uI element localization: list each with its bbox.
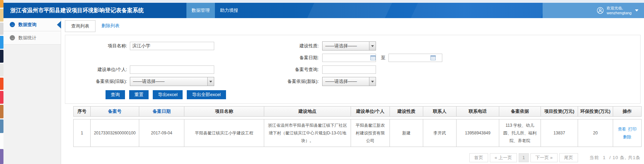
column-header-filing-no[interactable]: 备案号 bbox=[91, 106, 139, 117]
tab-deleted-list[interactable]: 删除列表 bbox=[95, 20, 125, 32]
pagination: 首页 « 上一页 1 下一页 » 尾页 当前 1 / 10 条, 共1条 bbox=[61, 153, 642, 162]
cell-location: 浙江省温州市平阳县平阳县鳌江镇下厂社区塘下村（鳌江镇滨江中心片规划D-13-01… bbox=[264, 119, 351, 147]
person-icon bbox=[597, 7, 604, 14]
cell-nature: 新建 bbox=[390, 119, 423, 147]
column-header-seq: 序号 bbox=[73, 106, 91, 117]
dock-icon[interactable] bbox=[0, 64, 3, 77]
cell-filing-date: 2017-09-04 bbox=[139, 119, 184, 147]
tab-query-list[interactable]: 查询列表 bbox=[65, 20, 95, 32]
next-page-button[interactable]: 下一页 » bbox=[530, 153, 558, 162]
dock-icon[interactable] bbox=[0, 0, 3, 8]
reset-button[interactable]: 重置 bbox=[129, 90, 149, 99]
sidebar: → 数据查询 → 数据统计 bbox=[3, 18, 61, 164]
basis-old-label: 备案依据(旧版): bbox=[78, 78, 130, 85]
view-link[interactable]: 查看 bbox=[618, 127, 626, 132]
cell-seq: 1 bbox=[73, 119, 91, 147]
user-welcome: 欢迎光临, wenzhengtang bbox=[607, 6, 632, 15]
calendar-icon[interactable] bbox=[430, 55, 436, 60]
dock-icon[interactable] bbox=[0, 91, 3, 104]
app-nav: 数据管理 助力填报 bbox=[186, 3, 243, 18]
column-header-phone: 联系电话 bbox=[457, 106, 499, 117]
search-form: 项目名称: 建设性质: ——请选择—— 备案日期: 至 bbox=[65, 35, 641, 104]
construction-nature-select[interactable]: ——请选择—— bbox=[322, 41, 376, 50]
user-name: wenzhengtang bbox=[607, 10, 632, 15]
dock-icon[interactable] bbox=[0, 119, 3, 133]
table-header-row: 序号 备案号 备案日期 项目名称 建设地点 建设单位/个人 建设性质 联系人 联… bbox=[73, 106, 642, 117]
sidebar-item-data-query[interactable]: → 数据查询 bbox=[3, 18, 61, 31]
arrow-circle-icon: → bbox=[10, 35, 15, 40]
pagination-info-prefix: 当前 bbox=[589, 155, 599, 160]
nav-item-data-management[interactable]: 数据管理 bbox=[186, 3, 215, 18]
dock-icon[interactable] bbox=[0, 36, 3, 49]
unit-person-label: 建设单位/个人: bbox=[78, 67, 130, 73]
sidebar-item-label: 数据查询 bbox=[18, 22, 36, 28]
results-table: 序号 备案号 备案日期 项目名称 建设地点 建设单位/个人 建设性质 联系人 联… bbox=[73, 104, 642, 149]
cell-env-invest: 20 bbox=[578, 119, 613, 147]
selected-option: ——请选择—— bbox=[325, 43, 357, 49]
export-all-excel-button[interactable]: 导出全部excel bbox=[187, 90, 226, 99]
cell-phone: 13958943849 bbox=[457, 119, 499, 147]
dock-icon[interactable] bbox=[0, 149, 3, 164]
column-header-contact: 联系人 bbox=[423, 106, 457, 117]
dock-icon[interactable] bbox=[0, 23, 3, 35]
sidebar-item-data-statistics[interactable]: → 数据统计 bbox=[3, 31, 61, 45]
calendar-icon[interactable] bbox=[370, 55, 376, 60]
selected-option: ——请选择—— bbox=[325, 78, 357, 85]
column-header-basis: 备案依据 bbox=[499, 106, 541, 117]
dock-icon[interactable] bbox=[0, 78, 3, 90]
nav-item-assist-filing[interactable]: 助力填报 bbox=[215, 3, 243, 18]
column-header-unit-person: 建设单位/个人 bbox=[351, 106, 390, 117]
active-item-marker bbox=[57, 21, 61, 29]
dock-icon[interactable] bbox=[0, 105, 3, 118]
main-content: 查询列表 删除列表 项目名称: 建设性质: ——请选择—— 备案日期: bbox=[61, 18, 644, 164]
user-menu[interactable]: 欢迎光临, wenzhengtang bbox=[543, 3, 644, 18]
pagination-info-rest: / 10 条, 共1条 bbox=[609, 155, 641, 160]
column-header-location: 建设地点 bbox=[264, 106, 351, 117]
last-page-button[interactable]: 尾页 bbox=[559, 153, 578, 162]
project-name-input[interactable] bbox=[130, 42, 214, 50]
prev-page-button[interactable]: « 上一页 bbox=[490, 153, 517, 162]
construction-nature-label: 建设性质: bbox=[281, 43, 322, 49]
form-buttons: 查询 重置 导出excel 导出全部excel bbox=[106, 90, 640, 99]
dock-icon[interactable] bbox=[0, 50, 3, 63]
table-row: 1 201733032600000100 2017-09-04 平阳县鳌江镇滨江… bbox=[73, 119, 642, 147]
dropdown-arrow-icon bbox=[207, 77, 214, 86]
cell-filing-no: 201733032600000100 bbox=[91, 119, 139, 147]
user-greeting: 欢迎光临, bbox=[607, 6, 632, 10]
cell-project-name: 平阳县鳌江镇滨江小学建设工程 bbox=[184, 119, 264, 147]
top-strip bbox=[3, 0, 644, 3]
caret-down-icon bbox=[635, 9, 638, 11]
column-header-project-name: 项目名称 bbox=[184, 106, 264, 117]
pagination-info: 当前 1 / 10 条, 共1条 bbox=[588, 155, 642, 161]
cell-invest: 13837 bbox=[541, 119, 578, 147]
current-page-button[interactable]: 1 bbox=[519, 153, 529, 162]
print-link[interactable]: 打印 bbox=[628, 127, 637, 132]
sidebar-item-label: 数据统计 bbox=[18, 35, 36, 41]
filing-date-label: 备案日期: bbox=[281, 55, 322, 61]
delete-link[interactable]: 删除 bbox=[623, 134, 632, 139]
cell-unit-person: 平阳县鳌江新农村建设投资有限公司 bbox=[351, 119, 390, 147]
query-button[interactable]: 查询 bbox=[106, 90, 125, 99]
app-title: 浙江省温州市平阳县建设项目环境影响登记表备案系统 bbox=[3, 3, 186, 18]
pagination-info-current: 1 bbox=[603, 155, 605, 160]
basis-new-label: 备案依据(新版): bbox=[281, 78, 322, 85]
column-header-invest: 项目投资(万元) bbox=[541, 106, 578, 117]
export-excel-button[interactable]: 导出excel bbox=[153, 90, 183, 99]
first-page-button[interactable]: 首页 bbox=[469, 153, 488, 162]
column-header-actions: 操作 bbox=[613, 106, 642, 117]
selected-option: ——请选择—— bbox=[133, 78, 165, 85]
column-header-filing-date[interactable]: 备案日期 bbox=[139, 106, 184, 117]
cell-actions: 查看打印删除 bbox=[613, 119, 642, 147]
dropdown-arrow-icon bbox=[369, 42, 376, 50]
basis-new-select[interactable]: ——请选择—— bbox=[322, 77, 376, 86]
filing-no-query-label: 备案号查询: bbox=[281, 67, 322, 73]
filing-no-query-input[interactable] bbox=[322, 65, 376, 74]
dock-icon[interactable] bbox=[0, 9, 3, 22]
filing-date-from-input[interactable] bbox=[322, 54, 376, 62]
basis-old-select[interactable]: ——请选择—— bbox=[130, 77, 214, 86]
unit-person-input[interactable] bbox=[130, 65, 214, 74]
cell-contact: 李开武 bbox=[423, 119, 457, 147]
project-name-label: 项目名称: bbox=[78, 43, 130, 49]
cell-basis: 113 学校、幼儿园、托儿所、福利院、养老院 bbox=[499, 119, 541, 147]
results-table-wrap: 序号 备案号 备案日期 项目名称 建设地点 建设单位/个人 建设性质 联系人 联… bbox=[73, 104, 642, 149]
